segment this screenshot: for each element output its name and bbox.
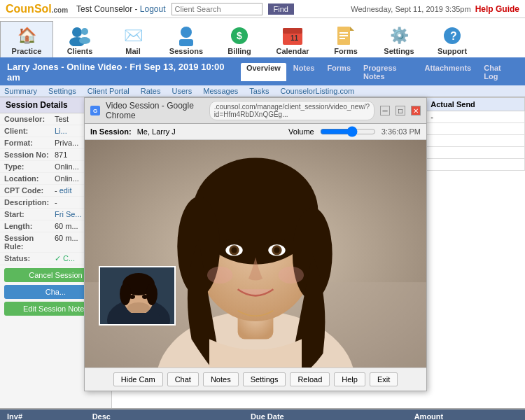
subnav-summary[interactable]: Summary: [4, 87, 37, 95]
nav-calendar[interactable]: 11 Calendar: [266, 21, 319, 57]
svg-point-2: [81, 28, 88, 35]
client-banner: Larry Jones - Online Video · Fri Sep 13,…: [0, 59, 525, 85]
svg-text:$: $: [237, 30, 242, 41]
billing-label: Billing: [227, 47, 251, 55]
tab-notes[interactable]: Notes: [288, 63, 321, 81]
invoice-section: Inv# Desc Due Date Amount 1155 Online Vi…: [0, 408, 525, 420]
datetime: Wednesday, Sept 11, 2019 3:35pm: [351, 5, 470, 13]
subnav-counselorlisting[interactable]: CounselorListing.com: [280, 87, 354, 95]
practice-label: Practice: [12, 47, 42, 55]
forms-icon: [332, 24, 359, 47]
calendar-icon: 11: [279, 24, 306, 47]
video-session-bar: In Session: Me, Larry J Volume 3:36:03 P…: [85, 124, 426, 140]
nav-settings[interactable]: ⚙️ Settings: [372, 21, 426, 57]
settings-icon: ⚙️: [386, 24, 412, 47]
url-bar[interactable]: .counsol.com/manage/client_session/video…: [209, 101, 374, 120]
chat-button[interactable]: Chat: [167, 372, 199, 386]
search-input[interactable]: [172, 3, 262, 15]
pip-person-svg: [100, 267, 174, 324]
value-counselor: Test: [55, 115, 69, 123]
svg-point-32: [207, 267, 233, 284]
video-action-bar: Hide Cam Chat Notes Settings Reload Help…: [85, 368, 426, 391]
minimize-button[interactable]: ─: [380, 106, 390, 115]
video-main-area: Connected: [85, 140, 426, 368]
value-description: -: [55, 198, 57, 206]
nav-sessions[interactable]: Sessions: [160, 21, 213, 57]
tab-progress-notes[interactable]: Progress Notes: [358, 63, 418, 81]
help-guide-link[interactable]: Help Guide: [475, 4, 519, 14]
hide-cam-button[interactable]: Hide Cam: [113, 372, 163, 386]
in-session-label: In Session:: [90, 127, 132, 136]
pip-video: Connected: [99, 266, 176, 326]
browser-favicon: G: [90, 106, 100, 115]
svg-point-43: [142, 295, 148, 299]
value-type: Onlin...: [55, 162, 79, 171]
find-button[interactable]: Find: [268, 4, 294, 15]
close-button[interactable]: ✕: [411, 106, 421, 115]
forms-label: Forms: [334, 47, 358, 55]
client-banner-name: Larry Jones - Online Video · Fri Sep 13,…: [7, 62, 230, 83]
invoice-col-amount: Amount: [407, 410, 525, 420]
sub-navigation: Summary Settings Client Portal Rates Use…: [0, 85, 525, 97]
label-type: Type:: [4, 162, 55, 171]
subnav-users[interactable]: Users: [172, 87, 192, 95]
main-navigation: 🏠 Practice Clients ✉️ Mail Sessions $ Bi…: [0, 18, 525, 59]
volume-slider[interactable]: [320, 126, 376, 137]
svg-point-38: [120, 283, 131, 305]
svg-rect-41: [118, 313, 160, 324]
value-session-no: 871: [55, 150, 67, 159]
mail-icon: ✉️: [120, 24, 146, 47]
exit-button[interactable]: Exit: [370, 372, 398, 386]
in-session-participant: Me, Larry J: [137, 127, 176, 136]
label-format: Format:: [4, 139, 55, 147]
subnav-messages[interactable]: Messages: [203, 87, 238, 95]
top-center: Test Counselor - Logout Find: [76, 3, 351, 15]
video-session-window: G Video Session - Google Chrome .counsol…: [84, 97, 427, 391]
invoice-col-inv: Inv#: [0, 410, 85, 420]
start-link[interactable]: Fri Se...: [55, 210, 82, 218]
tab-attachments[interactable]: Attachments: [419, 63, 477, 81]
nav-clients[interactable]: Clients: [53, 21, 106, 57]
value-status: ✓ C...: [55, 254, 75, 263]
svg-point-0: [72, 27, 82, 37]
subnav-settings[interactable]: Settings: [48, 87, 76, 95]
svg-point-33: [279, 267, 304, 284]
label-session-no: Session No:: [4, 150, 55, 159]
value-start: Fri Se...: [55, 210, 82, 218]
value-session-rule: 60 m...: [55, 234, 78, 251]
notes-button[interactable]: Notes: [203, 372, 239, 386]
support-icon: ?: [439, 24, 465, 47]
help-button[interactable]: Help: [334, 372, 365, 386]
reload-button[interactable]: Reload: [290, 372, 330, 386]
svg-point-28: [231, 247, 237, 253]
video-titlebar: G Video Session - Google Chrome .counsol…: [85, 98, 426, 124]
main-content: Session Details Counselor: Test Client: …: [0, 97, 525, 408]
logo-dot-com: .com: [52, 6, 68, 14]
invoice-table: Inv# Desc Due Date Amount 1155 Online Vi…: [0, 410, 525, 420]
value-length: 60 m...: [55, 222, 78, 230]
clients-icon: [66, 24, 93, 47]
subnav-tasks[interactable]: Tasks: [249, 87, 269, 95]
logo-coun: Coun: [6, 3, 34, 15]
video-settings-button[interactable]: Settings: [243, 372, 286, 386]
nav-practice[interactable]: 🏠 Practice: [0, 21, 53, 57]
tab-forms[interactable]: Forms: [321, 63, 356, 81]
subnav-rates[interactable]: Rates: [141, 87, 161, 95]
maximize-button[interactable]: □: [396, 106, 405, 115]
svg-point-4: [181, 27, 192, 38]
client-link[interactable]: Li...: [55, 127, 67, 135]
nav-forms[interactable]: Forms: [319, 21, 372, 57]
col-actual-send: Actual Send: [426, 98, 525, 111]
pip-person-video: [100, 267, 174, 324]
tab-chat-log[interactable]: Chat Log: [478, 63, 518, 81]
subnav-client-portal[interactable]: Client Portal: [88, 87, 130, 95]
label-counselor: Counselor:: [4, 115, 55, 123]
tab-overview[interactable]: Overview: [241, 63, 286, 81]
cpt-edit-link[interactable]: edit: [59, 186, 72, 195]
nav-mail[interactable]: ✉️ Mail: [106, 21, 160, 57]
counselor-info: Test Counselor - Logout: [76, 4, 165, 14]
nav-support[interactable]: ? Support: [426, 21, 479, 57]
nav-billing[interactable]: $ Billing: [213, 21, 266, 57]
logout-link[interactable]: Logout: [140, 4, 166, 14]
svg-rect-13: [340, 32, 348, 34]
